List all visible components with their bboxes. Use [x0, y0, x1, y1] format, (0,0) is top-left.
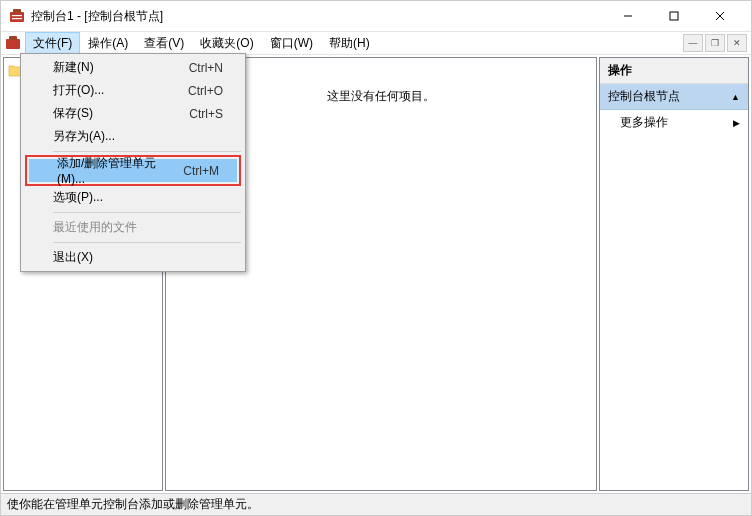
svg-rect-8: [6, 39, 20, 49]
window-title: 控制台1 - [控制台根节点]: [31, 8, 605, 25]
menu-item-recent: 最近使用的文件: [23, 216, 243, 239]
mdi-close-button[interactable]: ✕: [727, 34, 747, 52]
toolbar-app-icon: [5, 35, 21, 51]
menu-view[interactable]: 查看(V): [136, 32, 192, 55]
actions-section-label: 控制台根节点: [608, 88, 680, 105]
app-icon: [9, 8, 25, 24]
actions-pane: 操作 控制台根节点 ▲ 更多操作 ▶: [599, 57, 749, 491]
menu-favorites[interactable]: 收藏夹(O): [192, 32, 261, 55]
status-bar: 使你能在管理单元控制台添加或删除管理单元。: [1, 493, 751, 515]
empty-message: 这里没有任何项目。: [327, 88, 435, 490]
menu-separator: [53, 151, 241, 152]
file-menu-dropdown: 新建(N)Ctrl+N 打开(O)...Ctrl+O 保存(S)Ctrl+S 另…: [20, 53, 246, 272]
svg-rect-0: [10, 12, 24, 22]
actions-header: 操作: [600, 58, 748, 84]
menu-item-shortcut: Ctrl+M: [183, 164, 219, 178]
mdi-restore-button[interactable]: ❐: [705, 34, 725, 52]
menu-item-save-as[interactable]: 另存为(A)...: [23, 125, 243, 148]
svg-rect-1: [13, 9, 21, 13]
menu-item-label: 打开(O)...: [53, 82, 188, 99]
menu-operate[interactable]: 操作(A): [80, 32, 136, 55]
close-button[interactable]: [697, 1, 743, 31]
menu-item-label: 最近使用的文件: [53, 219, 223, 236]
menu-item-label: 另存为(A)...: [53, 128, 223, 145]
menu-help[interactable]: 帮助(H): [321, 32, 378, 55]
menu-item-shortcut: Ctrl+S: [189, 107, 223, 121]
menu-item-add-remove-snapin[interactable]: 添加/删除管理单元(M)...Ctrl+M: [23, 155, 243, 186]
menu-item-label: 新建(N): [53, 59, 189, 76]
highlight-box: 添加/删除管理单元(M)...Ctrl+M: [25, 155, 241, 186]
menu-separator: [53, 212, 241, 213]
menu-item-new[interactable]: 新建(N)Ctrl+N: [23, 56, 243, 79]
svg-rect-2: [12, 15, 22, 16]
actions-more-label: 更多操作: [620, 114, 668, 131]
actions-more[interactable]: 更多操作 ▶: [600, 110, 748, 135]
menu-item-options[interactable]: 选项(P)...: [23, 186, 243, 209]
svg-rect-9: [9, 36, 17, 40]
menu-separator: [53, 242, 241, 243]
collapse-icon: ▲: [731, 92, 740, 102]
maximize-button[interactable]: [651, 1, 697, 31]
menu-item-label: 选项(P)...: [53, 189, 223, 206]
menu-item-label: 退出(X): [53, 249, 223, 266]
svg-rect-5: [670, 12, 678, 20]
menu-bar: 文件(F) 操作(A) 查看(V) 收藏夹(O) 窗口(W) 帮助(H) — ❐…: [1, 31, 751, 55]
title-bar: 控制台1 - [控制台根节点]: [1, 1, 751, 31]
submenu-arrow-icon: ▶: [733, 118, 740, 128]
menu-item-exit[interactable]: 退出(X): [23, 246, 243, 269]
menu-item-label: 保存(S): [53, 105, 189, 122]
actions-section[interactable]: 控制台根节点 ▲: [600, 84, 748, 110]
svg-rect-3: [12, 18, 22, 19]
menu-item-open[interactable]: 打开(O)...Ctrl+O: [23, 79, 243, 102]
menu-file[interactable]: 文件(F): [25, 32, 80, 55]
menu-item-shortcut: Ctrl+N: [189, 61, 223, 75]
minimize-button[interactable]: [605, 1, 651, 31]
menu-item-shortcut: Ctrl+O: [188, 84, 223, 98]
menu-item-save[interactable]: 保存(S)Ctrl+S: [23, 102, 243, 125]
status-text: 使你能在管理单元控制台添加或删除管理单元。: [7, 496, 259, 513]
menu-item-label: 添加/删除管理单元(M)...: [57, 155, 183, 186]
menu-window[interactable]: 窗口(W): [262, 32, 321, 55]
mdi-minimize-button[interactable]: —: [683, 34, 703, 52]
